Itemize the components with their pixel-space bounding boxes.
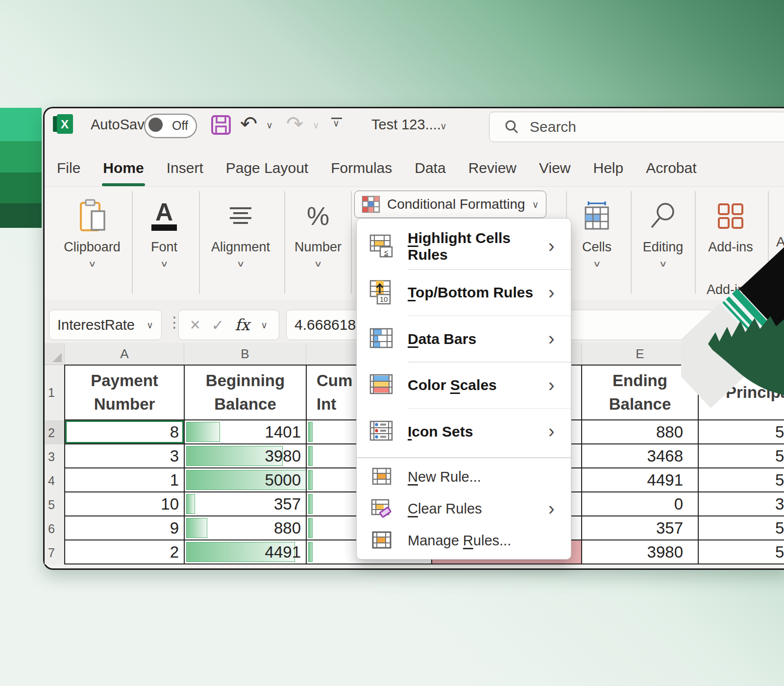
cell-f4[interactable]: 5 [699, 468, 784, 491]
desktop-accent-block [0, 203, 42, 228]
menu-item-manage-rules[interactable]: Manage Rules... [357, 525, 571, 557]
alignment-group-label: Alignment [211, 240, 270, 255]
column-header-a[interactable]: A [120, 346, 128, 362]
select-all-triangle-icon [52, 353, 62, 362]
tab-insert[interactable]: Insert [167, 160, 203, 182]
svg-text:≤: ≤ [384, 248, 388, 256]
row-header-3[interactable]: 3 [45, 450, 65, 464]
undo-icon[interactable]: ↶ [240, 112, 257, 136]
menu-item-top-bottom-rules[interactable]: 10 Top/Bottom Rules › [357, 270, 571, 316]
row-header-1[interactable]: 1 [45, 386, 65, 400]
excel-logo-icon: X [53, 114, 74, 134]
conditional-formatting-button[interactable]: Conditional Formatting ∨ [354, 191, 546, 218]
cells-icon [583, 201, 611, 231]
top-bottom-rules-icon: 10 [369, 280, 395, 305]
undo-dropdown-icon[interactable]: ∨ [266, 120, 273, 131]
row-header-6[interactable]: 6 [45, 522, 65, 536]
cell-e1[interactable]: EndingBalance [582, 366, 698, 419]
highlight-cells-rules-icon: ≤ [369, 234, 395, 259]
tab-view[interactable]: View [539, 160, 570, 182]
cell-b3[interactable]: 3980 [185, 444, 306, 467]
tab-home[interactable]: Home [103, 160, 144, 182]
cell-b6[interactable]: 880 [185, 516, 306, 539]
title-dropdown-icon[interactable]: ∨ [440, 121, 447, 132]
addins-group-button[interactable]: Add-ins [700, 194, 761, 255]
column-header-divider [306, 343, 306, 365]
cell-f2[interactable]: 5 [699, 420, 784, 443]
cell-a3[interactable]: 3 [65, 444, 184, 467]
cell-e7[interactable]: 3980 [582, 540, 698, 564]
fx-icon[interactable]: fx [235, 316, 250, 334]
svg-text:10: 10 [380, 295, 388, 303]
tab-acrobat[interactable]: Acrobat [646, 160, 696, 182]
cell-b4[interactable]: 5000 [185, 468, 306, 491]
column-header-b[interactable]: B [241, 346, 249, 362]
clipboard-group-button[interactable]: Clipboard ∨ [55, 194, 129, 269]
cell-e4[interactable]: 4491 [582, 468, 698, 491]
menu-item-clear-rules[interactable]: Clear Rules › [357, 493, 571, 525]
document-title[interactable]: Test 123.... [371, 117, 441, 133]
submenu-arrow-icon: › [548, 421, 571, 442]
cell-f7[interactable]: 5 [699, 540, 784, 564]
conditional-formatting-menu: ≤ Highlight Cells Rules › 10 Top/Bottom … [356, 218, 571, 560]
cell-e3[interactable]: 3468 [582, 444, 698, 467]
cell-f1[interactable]: Principa [699, 366, 784, 419]
cell-a4[interactable]: 1 [65, 468, 184, 491]
tab-review[interactable]: Review [468, 160, 516, 182]
column-header-e[interactable]: E [636, 346, 644, 362]
cell-a7[interactable]: 2 [65, 540, 184, 564]
number-group-button[interactable]: % Number ∨ [286, 194, 350, 269]
cell-e6[interactable]: 357 [582, 516, 698, 539]
menu-item-new-rule[interactable]: New Rule... [357, 461, 571, 493]
font-group-button[interactable]: A Font ∨ [135, 194, 194, 269]
color-scales-icon [369, 374, 395, 396]
alignment-group-button[interactable]: Alignment ∨ [206, 194, 275, 269]
cell-f3[interactable]: 5 [699, 444, 784, 467]
cell-a6[interactable]: 9 [65, 516, 184, 539]
cell-f6[interactable]: 5 [699, 516, 784, 539]
cells-group-button[interactable]: Cells ∨ [568, 194, 625, 269]
column-header-divider [698, 343, 698, 365]
row-header-5[interactable]: 5 [45, 498, 65, 512]
tab-page-layout[interactable]: Page Layout [226, 160, 308, 182]
row-header-4[interactable]: 4 [45, 474, 65, 488]
name-box[interactable]: InterestRate ∨ [49, 310, 162, 340]
enter-icon[interactable]: ✓ [212, 317, 224, 334]
cell-e5[interactable]: 0 [582, 492, 698, 515]
menu-item-highlight-cells-rules[interactable]: ≤ Highlight Cells Rules › [357, 223, 571, 269]
cell-a5[interactable]: 10 [65, 492, 184, 515]
row-header-2[interactable]: 2 [45, 426, 65, 440]
chevron-down-icon: ∨ [160, 259, 168, 269]
cell-b5[interactable]: 357 [185, 492, 306, 515]
cell-a2[interactable]: 8 [65, 420, 184, 443]
menu-item-icon-sets[interactable]: Icon Sets › [357, 409, 571, 454]
cell-a1[interactable]: PaymentNumber [65, 366, 184, 419]
cell-b7[interactable]: 4491 [185, 540, 306, 564]
menu-item-data-bars[interactable]: Data Bars › [357, 316, 571, 362]
tab-data[interactable]: Data [415, 160, 445, 182]
tab-file[interactable]: File [57, 160, 80, 182]
data-bar [186, 494, 195, 514]
search-placeholder: Search [530, 119, 576, 135]
cell-e2[interactable]: 880 [582, 420, 698, 443]
autosave-toggle[interactable]: Off [145, 115, 196, 137]
row-header-7[interactable]: 7 [45, 546, 65, 560]
conditional-formatting-icon [362, 196, 380, 213]
clear-rules-icon [371, 499, 393, 518]
select-all-button[interactable] [45, 343, 65, 365]
search-input[interactable]: Search [489, 112, 784, 142]
cell-b1[interactable]: BeginningBalance [185, 366, 306, 419]
tab-formulas[interactable]: Formulas [331, 160, 392, 182]
menu-item-color-scales[interactable]: Color Scales › [357, 363, 571, 408]
column-header-divider [64, 343, 65, 365]
cell-b2[interactable]: 1401 [185, 420, 306, 443]
cancel-icon[interactable]: × [190, 315, 200, 335]
tab-help[interactable]: Help [593, 160, 623, 182]
chevron-down-icon: ∨ [532, 199, 539, 210]
ribbon-divider [768, 191, 769, 294]
editing-group-button[interactable]: Editing ∨ [632, 194, 694, 269]
new-rule-icon [372, 467, 392, 486]
save-icon[interactable] [211, 115, 231, 135]
cell-f5[interactable]: 3 [699, 492, 784, 515]
chevron-down-icon[interactable]: ∨ [261, 319, 268, 331]
